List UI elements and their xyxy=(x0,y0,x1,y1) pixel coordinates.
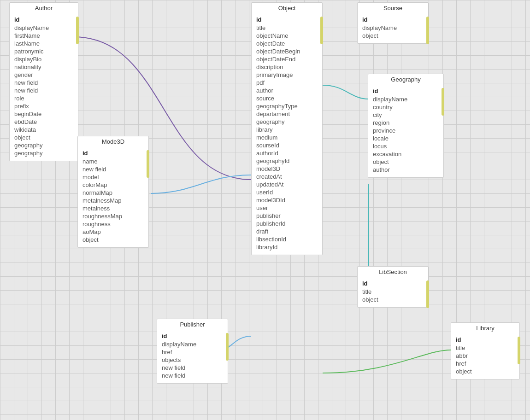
object-field-primaryImage: primaryImage xyxy=(256,71,318,79)
author-field-firstName: firstName xyxy=(14,32,73,40)
mode3d-field-normalMap: normalMap xyxy=(82,189,144,197)
mode3d-field-colorMap: colorMap xyxy=(82,181,144,189)
author-field-displayName: displayName xyxy=(14,24,73,32)
libsection-title: LibSection xyxy=(358,267,428,277)
geography-field-country: country xyxy=(373,103,439,111)
author-title: Author xyxy=(10,3,78,13)
sourse-title: Sourse xyxy=(358,3,428,13)
publisher-field-displayName: displayName xyxy=(162,340,223,348)
object-right-bar xyxy=(320,17,323,44)
publisher-field-newfield2: new field xyxy=(162,372,223,379)
author-field-gender: gender xyxy=(14,71,73,79)
object-field-geographyId: geographyId xyxy=(256,157,318,165)
object-field-model3DId: model3DId xyxy=(256,196,318,204)
library-field-id: id xyxy=(456,335,515,344)
object-field-objectDateEnd: objectDateEnd xyxy=(256,55,318,63)
object-field-sourseId: sourseId xyxy=(256,141,318,149)
author-field-role: role xyxy=(14,94,73,102)
geography-card: Geography id displayName country city re… xyxy=(368,74,444,178)
geography-field-city: city xyxy=(373,111,439,119)
object-field-libraryId: libraryId xyxy=(256,243,318,251)
object-field-updatedAt: updatedAt xyxy=(256,181,318,188)
object-field-geographyType: geographyType xyxy=(256,102,318,110)
author-field-geography1: geography xyxy=(14,141,73,149)
publisher-card: Publisher id displayName href objects ne… xyxy=(157,319,228,384)
object-field-objectDate: objectDate xyxy=(256,40,318,47)
object-field-pdf: pdf xyxy=(256,79,318,87)
publisher-field-id: id xyxy=(162,332,223,340)
mode3d-field-name: name xyxy=(82,158,144,165)
object-field-draft: draft xyxy=(256,228,318,235)
object-field-title: title xyxy=(256,24,318,32)
geography-field-province: province xyxy=(373,127,439,134)
mode3d-field-metalnessMap: metalnessMap xyxy=(82,197,144,204)
author-field-newfield2: new field xyxy=(14,87,73,94)
mode3d-field-newfield: new field xyxy=(82,165,144,173)
libsection-card: LibSection id title object xyxy=(357,266,429,308)
publisher-title: Publisher xyxy=(157,319,228,330)
geography-field-displayName: displayName xyxy=(373,95,439,103)
object-card: Object id title objectName objectDate ob… xyxy=(251,2,323,255)
object-field-id: id xyxy=(256,15,318,24)
object-field-publisherId: publisherId xyxy=(256,220,318,228)
author-field-id: id xyxy=(14,15,73,24)
author-field-prefix: prefix xyxy=(14,102,73,110)
mode3d-field-aoMap: aoMap xyxy=(82,228,144,236)
object-field-userId: userId xyxy=(256,188,318,196)
geography-field-region: region xyxy=(373,119,439,127)
author-field-patronymic: patronymic xyxy=(14,47,73,55)
mode3d-title: Mode3D xyxy=(78,136,148,147)
author-field-object: object xyxy=(14,134,73,141)
canvas: Author id displayName firstName lastName… xyxy=(0,0,530,420)
sourse-card: Sourse id displayName object xyxy=(357,2,429,44)
geography-field-object: object xyxy=(373,158,439,166)
mode3d-field-roughness: roughness xyxy=(82,220,144,228)
libsection-right-bar xyxy=(426,280,429,308)
mode3d-field-object: object xyxy=(82,236,144,244)
sourse-right-bar xyxy=(426,17,429,44)
library-title: Library xyxy=(451,323,519,333)
publisher-field-newfield1: new field xyxy=(162,364,223,372)
geography-field-excavation: excavation xyxy=(373,150,439,158)
geography-field-locale: locale xyxy=(373,134,439,142)
author-field-beginDate: beginDate xyxy=(14,110,73,118)
library-field-href: href xyxy=(456,360,515,368)
object-field-objectDateBegin: objectDateBegin xyxy=(256,47,318,55)
author-field-displayBio: displayBio xyxy=(14,55,73,63)
publisher-right-bar xyxy=(226,333,229,361)
object-field-source: source xyxy=(256,94,318,102)
publisher-field-href: href xyxy=(162,348,223,356)
libsection-field-title: title xyxy=(362,288,424,296)
library-card: Library id title abbr href object xyxy=(451,322,520,379)
author-field-ebdDate: ebdDate xyxy=(14,118,73,126)
author-card: Author id displayName firstName lastName… xyxy=(9,2,78,161)
geography-title: Geography xyxy=(368,74,443,85)
libsection-field-object: object xyxy=(362,296,424,303)
object-field-departament: departament xyxy=(256,110,318,118)
library-right-bar xyxy=(518,337,520,364)
sourse-field-object: object xyxy=(362,32,424,40)
libsection-field-id: id xyxy=(362,279,424,288)
geography-field-id: id xyxy=(373,87,439,95)
object-field-objectName: objectName xyxy=(256,32,318,40)
object-field-authorId: authorId xyxy=(256,149,318,157)
author-field-newfield1: new field xyxy=(14,79,73,87)
mode3d-card: Mode3D id name new field model colorMap … xyxy=(77,136,149,248)
object-field-createdAt: createdAt xyxy=(256,173,318,181)
object-field-discription: discription xyxy=(256,63,318,71)
object-field-publisher: publisher xyxy=(256,212,318,220)
library-field-object: object xyxy=(456,368,515,375)
author-field-nationality: nationality xyxy=(14,63,73,71)
object-field-geography: geography xyxy=(256,118,318,126)
mode3d-field-roughnessMap: roughnessMap xyxy=(82,212,144,220)
library-field-abbr: abbr xyxy=(456,352,515,360)
mode3d-field-metalness: metalness xyxy=(82,204,144,212)
geography-right-bar xyxy=(442,88,444,116)
object-field-library: library xyxy=(256,126,318,134)
mode3d-right-bar xyxy=(147,150,149,178)
sourse-field-id: id xyxy=(362,15,424,24)
object-field-model3D: model3D xyxy=(256,165,318,173)
sourse-field-displayName: displayName xyxy=(362,24,424,32)
author-field-geography2: geography xyxy=(14,149,73,157)
object-field-libsectionId: libsectionId xyxy=(256,235,318,243)
